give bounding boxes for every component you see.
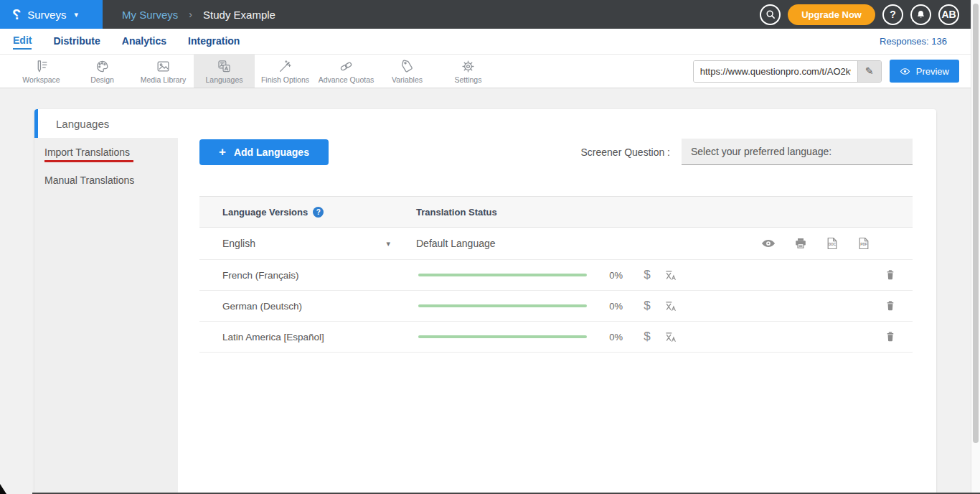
content-area: Languages Import Translations Manual Tra… <box>0 89 971 494</box>
screener-question-group: Screener Question : Select your preferre… <box>580 139 913 165</box>
toolbar-item-settings[interactable]: Settings <box>438 55 499 88</box>
table-row-language: French (Français) 0% $ <box>199 260 913 291</box>
toolbar-item-variables[interactable]: Variables <box>377 55 438 88</box>
chevron-down-icon: ▾ <box>74 10 78 19</box>
preview-eye-icon <box>900 66 910 77</box>
translation-progress-bar <box>418 274 587 276</box>
screener-question-select[interactable]: Select your preferred language: <box>682 139 913 165</box>
translate-icon <box>664 330 678 344</box>
edit-toolbar: Workspace Design Media Library Languages <box>0 55 971 88</box>
sidebar-item-label: Import Translations <box>44 146 130 158</box>
table-row-language: German (Deutsch) 0% $ <box>199 291 913 322</box>
language-versions-table: Language Versions ? Translation Status E… <box>199 196 913 353</box>
survey-url-input[interactable] <box>694 61 857 82</box>
search-button[interactable] <box>760 4 781 25</box>
sidebar-item-manual-translations[interactable]: Manual Translations <box>34 168 178 192</box>
magic-wand-icon <box>278 59 293 74</box>
add-languages-button[interactable]: + Add Languages <box>199 139 329 165</box>
toolbar-item-finish-options[interactable]: Finish Options <box>255 55 316 88</box>
paid-translation-icon[interactable]: $ <box>640 330 654 344</box>
languages-main: + Add Languages Screener Question : Sele… <box>178 138 936 494</box>
trash-icon <box>884 330 897 343</box>
paid-translation-icon[interactable]: $ <box>640 268 654 282</box>
chain-links-icon <box>339 59 354 74</box>
red-underline-annotation <box>44 160 133 162</box>
questionpro-logo-icon: ? <box>12 7 21 22</box>
plus-icon: + <box>219 145 226 159</box>
question-mark-icon: ? <box>890 9 896 20</box>
gear-icon <box>461 59 476 74</box>
toolbar-item-label: Finish Options <box>261 75 309 84</box>
help-circle-icon[interactable]: ? <box>313 207 324 218</box>
toolbar-item-design[interactable]: Design <box>72 55 133 88</box>
card-header: Languages <box>34 109 936 138</box>
upgrade-now-button[interactable]: Upgrade Now <box>788 4 875 25</box>
auto-translate-button[interactable] <box>664 330 678 344</box>
printer-icon <box>793 236 808 251</box>
language-dropdown-caret-icon[interactable]: ▾ <box>386 239 390 248</box>
pencil-icon: ✎ <box>865 65 874 77</box>
responses-count[interactable]: Responses: 136 <box>880 36 947 47</box>
breadcrumb-current-survey: Study Example <box>203 9 275 21</box>
paid-translation-icon[interactable]: $ <box>640 299 654 313</box>
scrollbar-thumb[interactable] <box>973 4 979 443</box>
languages-card: Languages Import Translations Manual Tra… <box>34 109 936 494</box>
tab-analytics[interactable]: Analytics <box>122 34 166 49</box>
print-button[interactable] <box>793 236 808 251</box>
section-tabs: Edit Distribute Analytics Integration Re… <box>0 29 971 55</box>
tab-edit[interactable]: Edit <box>13 33 32 50</box>
screener-question-value: Select your preferred language: <box>691 146 831 157</box>
pdf-file-icon: PDF <box>857 236 871 251</box>
delete-language-button[interactable] <box>884 269 897 281</box>
tab-integration[interactable]: Integration <box>188 34 240 49</box>
add-languages-label: Add Languages <box>234 146 309 158</box>
svg-text:PDF: PDF <box>860 243 867 246</box>
topbar-actions: Upgrade Now ? AB <box>760 4 971 25</box>
delete-language-button[interactable] <box>884 330 897 343</box>
language-name: German (Deutsch) <box>222 301 302 312</box>
auto-translate-button[interactable] <box>664 299 678 313</box>
edit-url-button[interactable]: ✎ <box>857 61 881 82</box>
translation-percent: 0% <box>606 270 623 281</box>
bell-icon <box>915 9 926 20</box>
auto-translate-button[interactable] <box>664 269 678 282</box>
help-button[interactable]: ? <box>882 4 903 25</box>
card-title: Languages <box>56 118 109 130</box>
tag-icon <box>400 59 415 74</box>
export-actions: DOC PDF <box>760 236 871 251</box>
languages-sidebar: Import Translations Manual Translations <box>34 138 178 494</box>
toolbar-item-media-library[interactable]: Media Library <box>133 55 194 88</box>
delete-language-button[interactable] <box>884 299 897 312</box>
notifications-button[interactable] <box>910 4 931 25</box>
toolbar-item-advance-quotas[interactable]: Advance Quotas <box>316 55 377 88</box>
preview-button[interactable]: Preview <box>890 60 959 83</box>
sidebar-item-label: Manual Translations <box>44 174 134 186</box>
app-window: ? Surveys ▾ My Surveys › Study Example U… <box>0 0 971 494</box>
breadcrumb-separator-icon: › <box>189 9 192 20</box>
toolbar-item-workspace[interactable]: Workspace <box>11 55 72 88</box>
language-name: Latin America [Español] <box>222 332 324 342</box>
tab-distribute[interactable]: Distribute <box>53 34 100 49</box>
palette-icon <box>95 59 110 74</box>
default-language-status: Default Language <box>416 238 496 249</box>
breadcrumb-my-surveys[interactable]: My Surveys <box>122 9 178 21</box>
translation-percent: 0% <box>606 301 623 312</box>
search-icon <box>765 9 776 20</box>
breadcrumb: My Surveys › Study Example <box>122 9 275 21</box>
avatar[interactable]: AB <box>938 4 959 25</box>
translate-icon <box>664 269 678 282</box>
sidebar-item-import-translations[interactable]: Import Translations <box>34 140 178 168</box>
languages-actions-row: + Add Languages Screener Question : Sele… <box>199 139 913 165</box>
column-translation-status: Translation Status <box>416 207 497 218</box>
export-doc-button[interactable]: DOC <box>825 236 839 251</box>
toolbar-item-languages[interactable]: Languages <box>194 55 255 88</box>
screener-question-label: Screener Question : <box>580 146 670 158</box>
product-switcher[interactable]: ? Surveys ▾ <box>0 0 103 29</box>
trash-icon <box>884 269 897 281</box>
svg-text:DOC: DOC <box>829 243 837 246</box>
vertical-scrollbar[interactable] <box>971 0 980 494</box>
export-pdf-button[interactable]: PDF <box>857 236 871 251</box>
view-survey-button[interactable] <box>760 236 776 251</box>
table-header-row: Language Versions ? Translation Status <box>199 196 913 228</box>
mouse-cursor <box>0 484 6 494</box>
